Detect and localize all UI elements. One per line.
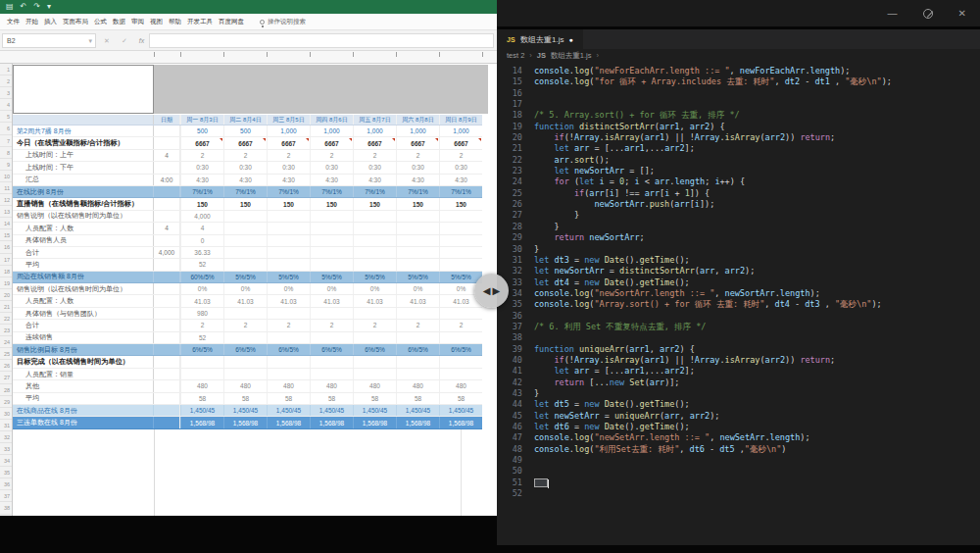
cell[interactable]: 1,000 <box>396 126 439 136</box>
code-line[interactable]: 33let dt4 = new Date().getTime(); <box>497 277 980 288</box>
cell[interactable]: 2 <box>353 320 396 330</box>
cell[interactable] <box>223 223 267 233</box>
cell[interactable]: 2 <box>180 320 223 330</box>
cell[interactable]: 4:30 <box>223 175 267 185</box>
cell[interactable]: 5%/5% <box>353 272 396 282</box>
cell[interactable]: 480 <box>310 380 353 391</box>
code-line[interactable]: 27 } <box>497 210 980 221</box>
cell[interactable]: 4:30 <box>180 175 223 185</box>
ribbon-tab-开发工具[interactable]: 开发工具 <box>187 18 213 26</box>
cell[interactable]: 1,450/45 <box>223 405 267 416</box>
cell[interactable]: 7%/1% <box>267 186 310 197</box>
cell[interactable]: 0:30 <box>396 162 439 173</box>
cell[interactable]: 6%/5% <box>223 344 267 355</box>
cell[interactable]: 5%/5% <box>223 272 267 282</box>
cell[interactable] <box>154 369 180 379</box>
cell[interactable] <box>353 369 396 379</box>
ribbon-tab-插入[interactable]: 插入 <box>44 18 57 26</box>
table-row[interactable]: 销售说明（以在线销售时间为单位）0%0%0%0%0%0%0% <box>13 283 482 295</box>
cell[interactable]: 6667 <box>353 137 396 148</box>
cell[interactable]: 58 <box>353 393 396 404</box>
table-row[interactable]: 第2周共7播 8月份5005001,0001,0001,0001,0001,00… <box>13 126 482 137</box>
cell[interactable]: 480 <box>180 380 223 391</box>
cell[interactable] <box>310 332 353 343</box>
table-row[interactable]: 上线时间：上午42222222 <box>13 150 482 162</box>
cell[interactable] <box>154 126 180 136</box>
cell[interactable]: 2 <box>439 320 482 330</box>
cell[interactable]: 7%/1% <box>396 186 439 197</box>
cell[interactable] <box>223 247 267 258</box>
table-row[interactable]: 合计2222222 <box>13 320 482 331</box>
table-row[interactable]: 平均58585858585858 <box>13 393 482 405</box>
cell[interactable]: 150 <box>396 198 439 209</box>
cell[interactable]: 2 <box>396 320 439 330</box>
cell[interactable]: 0% <box>267 283 310 294</box>
table-row[interactable]: 三连单数在线 8月份1,568/981,568/981,568/981,568/… <box>13 417 482 428</box>
code-line[interactable]: 24 for (let i = 0; i < arr.length; i++) … <box>497 176 980 187</box>
cell[interactable] <box>439 308 482 319</box>
code-line[interactable]: 40 if(!Array.isArray(arr1) || !Array.isA… <box>497 355 980 366</box>
cell[interactable] <box>154 259 180 270</box>
table-row[interactable]: 在线商品在线 8月份1,450/451,450/451,450/451,450/… <box>13 405 482 417</box>
cell[interactable] <box>310 308 353 319</box>
cell[interactable]: 0% <box>396 283 439 294</box>
code-line[interactable]: 15console.log("for 循环 + Array.includes 去… <box>497 76 980 87</box>
cell[interactable] <box>310 356 353 367</box>
cell[interactable]: 480 <box>267 380 310 391</box>
cell[interactable]: 0:30 <box>223 162 267 173</box>
tell-me-search[interactable]: 操作说明搜索 <box>260 18 306 26</box>
cell[interactable] <box>223 369 267 379</box>
cell[interactable]: 480 <box>353 380 396 391</box>
cell[interactable]: 480 <box>223 380 267 391</box>
editor-tab-active[interactable]: JS 数组去重1.js ● <box>497 29 583 49</box>
cell[interactable]: 6%/5% <box>439 344 482 355</box>
cell[interactable] <box>223 211 267 222</box>
ribbon-tab-百度网盘[interactable]: 百度网盘 <box>219 18 244 26</box>
table-row[interactable]: 人员配置：人数41.0341.0341.0341.0341.0341.0341.… <box>13 295 482 307</box>
cell[interactable]: 5%/5% <box>439 272 482 282</box>
code-line[interactable]: 23 let newSortArr = []; <box>497 166 980 176</box>
cell[interactable]: 41.03 <box>310 295 353 306</box>
cell[interactable]: 0:30 <box>267 162 310 173</box>
name-box[interactable]: B2 ▾ <box>2 33 96 48</box>
table-row[interactable]: 人员配置：销量 <box>13 369 482 380</box>
cell[interactable] <box>223 259 267 270</box>
cell[interactable]: 1,568/98 <box>439 417 482 427</box>
code-line[interactable]: 14console.log("newForEachArr.length ::= … <box>497 66 980 76</box>
name-box-dropdown-icon[interactable]: ▾ <box>88 37 92 45</box>
cell[interactable] <box>396 223 439 233</box>
code-line[interactable]: 21 let arr = [...arr1,...arr2]; <box>497 143 980 154</box>
cell[interactable]: 0% <box>310 283 353 294</box>
code-line[interactable]: 28 } <box>497 222 980 232</box>
code-line[interactable]: 32let newSortArr = distinctSortArr(arr, … <box>497 266 980 276</box>
cell[interactable] <box>154 272 180 282</box>
cell[interactable]: 4 <box>180 223 223 233</box>
cell[interactable] <box>154 162 180 173</box>
cell[interactable] <box>439 332 482 343</box>
code-line[interactable]: 37/* 6. 利用 Set 不重复特点去重, 排序 */ <box>497 322 980 332</box>
cell[interactable]: 58 <box>396 393 439 404</box>
cell[interactable]: 0% <box>223 283 267 294</box>
cell[interactable] <box>267 356 310 367</box>
table-header-row[interactable]: 日期周一 8月3日周二 8月4日周三 8月5日周四 8月6日周五 8月7日周六 … <box>13 115 482 126</box>
cell[interactable]: 7%/1% <box>353 186 396 197</box>
cell[interactable]: 6%/5% <box>353 344 396 355</box>
cell[interactable] <box>154 211 180 222</box>
table-row[interactable]: 连续销售52 <box>13 332 482 344</box>
cell[interactable]: 1,450/45 <box>439 405 482 416</box>
cell[interactable]: 0% <box>180 283 223 294</box>
code-line[interactable]: 52 <box>497 488 980 499</box>
cell[interactable]: 0:30 <box>310 162 353 173</box>
ribbon-tab-审阅[interactable]: 审阅 <box>131 18 144 26</box>
cell[interactable] <box>154 380 180 391</box>
cell[interactable]: 2 <box>223 150 267 161</box>
cell[interactable]: 41.03 <box>267 295 310 306</box>
cell[interactable]: 150 <box>180 198 223 209</box>
cell[interactable]: 1,000 <box>353 126 396 136</box>
cell[interactable] <box>353 223 396 233</box>
code-line[interactable]: 34console.log("newSortArr.length ::= ", … <box>497 288 980 299</box>
cell[interactable]: 4:30 <box>310 175 353 185</box>
ribbon-tab-开始[interactable]: 开始 <box>25 18 38 26</box>
cell[interactable]: 480 <box>396 380 439 391</box>
cancel-icon[interactable]: ✕ <box>104 37 110 45</box>
